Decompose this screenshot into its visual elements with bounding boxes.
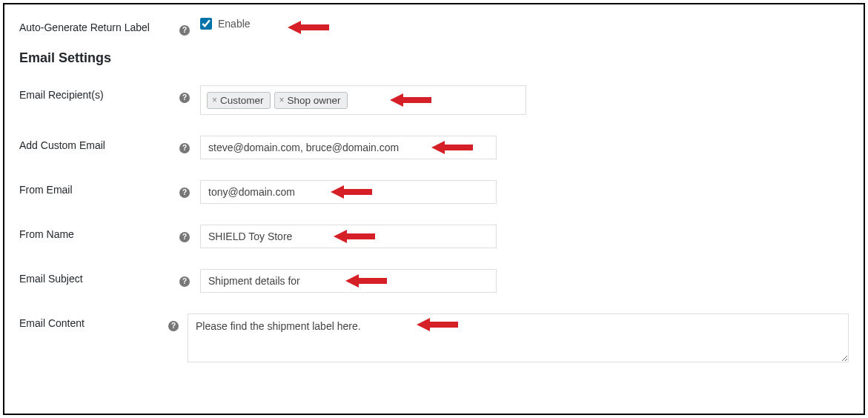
recipient-tag[interactable]: × Customer [207, 92, 271, 109]
help-col: ? [179, 180, 200, 198]
subject-input[interactable] [200, 269, 497, 293]
from-email-label: From Email [19, 180, 179, 196]
from-email-input[interactable] [200, 180, 497, 204]
tag-label: Shop owner [288, 95, 341, 106]
auto-generate-label: Auto-Generate Return Label [19, 18, 179, 33]
tag-label: Customer [220, 95, 264, 106]
remove-tag-icon[interactable]: × [279, 95, 285, 105]
enable-checkbox[interactable] [200, 18, 212, 30]
help-icon[interactable]: ? [179, 276, 190, 287]
field-col [200, 225, 497, 248]
subject-label: Email Subject [19, 269, 179, 285]
custom-email-label: Add Custom Email [19, 136, 179, 151]
help-col: ? [179, 136, 200, 153]
content-textarea[interactable] [188, 314, 849, 362]
row-email-recipients: Email Recipient(s) ? × Customer × Shop o… [19, 85, 849, 115]
row-from-name: From Name ? [19, 225, 849, 248]
help-icon[interactable]: ? [168, 321, 179, 331]
help-col: ? [179, 85, 200, 103]
recipient-tag[interactable]: × Shop owner [274, 92, 348, 109]
row-email-subject: Email Subject ? [19, 269, 849, 293]
email-settings-heading: Email Settings [19, 50, 849, 66]
from-name-label: From Name [19, 225, 179, 240]
help-icon[interactable]: ? [179, 188, 190, 198]
enable-checkbox-wrap[interactable]: Enable [200, 18, 251, 30]
help-col: ? [179, 18, 200, 36]
field-col: × Customer × Shop owner [200, 85, 526, 115]
content-label: Email Content [19, 314, 168, 329]
help-icon[interactable]: ? [179, 232, 190, 242]
remove-tag-icon[interactable]: × [212, 95, 217, 105]
help-col: ? [168, 314, 188, 331]
field-col: Enable [200, 18, 251, 30]
row-auto-generate: Auto-Generate Return Label ? Enable [19, 18, 849, 36]
row-custom-email: Add Custom Email ? [19, 136, 849, 159]
enable-checkbox-label: Enable [218, 18, 251, 30]
help-col: ? [179, 269, 200, 287]
help-col: ? [179, 225, 200, 242]
row-email-content: Email Content ? [19, 314, 849, 362]
help-icon[interactable]: ? [179, 143, 190, 153]
settings-panel: Auto-Generate Return Label ? Enable Emai… [3, 3, 865, 415]
help-icon[interactable]: ? [179, 25, 190, 36]
field-col [200, 180, 497, 204]
recipients-label: Email Recipient(s) [19, 85, 179, 101]
from-name-input[interactable] [200, 225, 497, 248]
custom-email-input[interactable] [200, 136, 497, 159]
field-col [188, 314, 849, 362]
help-icon[interactable]: ? [179, 93, 190, 103]
row-from-email: From Email ? [19, 180, 849, 204]
recipients-tag-input[interactable]: × Customer × Shop owner [200, 85, 526, 115]
field-col [200, 136, 497, 159]
arrow-icon [288, 19, 329, 36]
svg-marker-0 [288, 21, 329, 34]
field-col [200, 269, 497, 293]
